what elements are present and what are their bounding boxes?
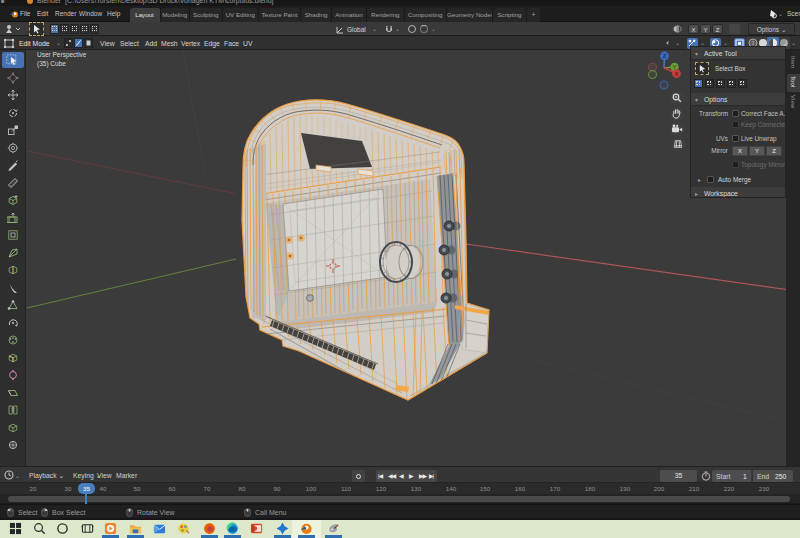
svg-text:X: X	[674, 71, 678, 77]
svg-text:Z: Z	[663, 53, 667, 59]
